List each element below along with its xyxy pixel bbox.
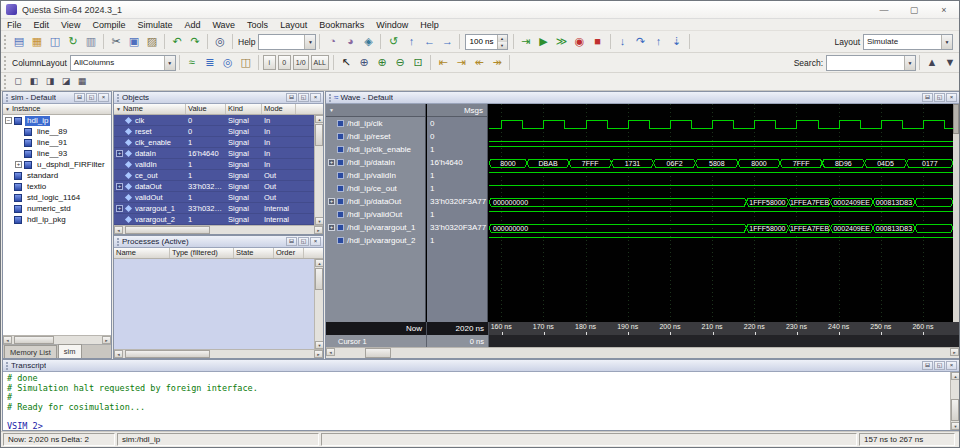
step-current-icon[interactable]: ⇣ <box>668 33 686 51</box>
cursor-track[interactable] <box>489 335 959 347</box>
panel-close-icon[interactable]: × <box>98 93 109 102</box>
search-up-icon[interactable]: ▲ <box>923 54 941 72</box>
pane-bottom-icon[interactable]: ◪ <box>58 74 74 89</box>
menu-add[interactable]: Add <box>178 19 206 30</box>
titlebar[interactable]: Questa Sim-64 2024.3_1 —▢× <box>1 1 959 19</box>
object-row-reset[interactable]: reset0SignalIn <box>114 126 323 137</box>
scroll-up-icon[interactable]: ▲ <box>315 259 324 267</box>
object-row-dataOut[interactable]: +dataOut33'h0320F3A77SignalOut <box>114 181 323 192</box>
panel-grip-icon[interactable] <box>329 94 331 102</box>
panel-float-icon[interactable]: ◱ <box>934 361 945 370</box>
toolbar-grip[interactable] <box>4 35 6 49</box>
scroll-right-icon[interactable]: ► <box>102 336 111 344</box>
save-icon[interactable]: ◫ <box>46 33 64 51</box>
expand-icon[interactable]: + <box>328 159 335 166</box>
objects-rows[interactable]: clk0SignalInreset0SignalInclk_enable1Sig… <box>114 115 323 225</box>
tree-item-line__93[interactable]: line__93 <box>3 148 111 159</box>
scroll-track[interactable] <box>315 123 323 217</box>
force-clock-button[interactable]: 1/0 <box>293 55 309 70</box>
continue-run-icon[interactable]: ▶ <box>535 33 553 51</box>
menu-layout[interactable]: Layout <box>274 19 313 30</box>
menu-simulate[interactable]: Simulate <box>131 19 178 30</box>
force-value-0-button[interactable]: 0 <box>278 55 291 70</box>
search-combobox[interactable]: ▼ <box>826 55 916 71</box>
layout-combobox[interactable]: Simulate▼ <box>863 34 953 50</box>
environment-forward-icon[interactable]: → <box>438 33 456 51</box>
show-drivers-icon[interactable]: ◈ <box>359 33 377 51</box>
transcript-content[interactable]: # done# Simulation halt requested by for… <box>3 372 959 430</box>
processes-column-name[interactable]: Name <box>114 248 170 258</box>
copy-icon[interactable]: ▣ <box>125 33 143 51</box>
scroll-left-icon[interactable]: ◄ <box>326 348 335 356</box>
columnlayout-combobox[interactable]: AllColumns▼ <box>70 55 176 71</box>
toolbar-grip[interactable] <box>4 75 6 89</box>
menu-compile[interactable]: Compile <box>86 19 131 30</box>
scroll-thumb[interactable] <box>951 399 959 421</box>
scroll-down-icon[interactable]: ▼ <box>315 217 324 225</box>
scroll-up-icon[interactable]: ▲ <box>951 372 960 380</box>
restart-icon[interactable]: ↺ <box>384 33 402 51</box>
menu-view[interactable]: View <box>55 19 86 30</box>
run-length-spinner[interactable]: ▲▼ <box>497 35 507 49</box>
panel-float-icon[interactable]: ◱ <box>298 93 309 102</box>
tree-item-std_logic_1164[interactable]: std_logic_1164 <box>3 192 111 203</box>
panel-float-icon[interactable]: ◱ <box>934 93 945 102</box>
object-row-varargout_1[interactable]: +varargout_133'h0320F3A77SignalInternal <box>114 203 323 214</box>
expand-icon[interactable]: + <box>116 150 123 157</box>
force-all-button[interactable]: ALL <box>311 55 329 70</box>
scroll-track[interactable] <box>315 267 323 341</box>
panel-close-icon[interactable]: × <box>310 237 321 246</box>
scroll-left-icon[interactable]: ◄ <box>114 226 123 234</box>
scroll-right-icon[interactable]: ► <box>314 350 323 358</box>
run-all-icon[interactable]: ≫ <box>553 33 571 51</box>
object-row-validOut[interactable]: validOut1SignalOut <box>114 192 323 203</box>
panel-grip-icon[interactable] <box>6 362 8 370</box>
expand-icon[interactable]: + <box>116 183 123 190</box>
panel-grip-icon[interactable] <box>6 94 8 102</box>
wave-signal-validOut[interactable]: /hdl_ip/validOut <box>326 208 425 221</box>
menu-wave[interactable]: Wave <box>206 19 241 30</box>
zoom-in-icon[interactable]: ⊕ <box>373 54 391 72</box>
paste-icon[interactable]: ▨ <box>143 33 161 51</box>
zoom-mode-icon[interactable]: ⊕ <box>355 54 373 72</box>
scroll-track[interactable] <box>951 380 959 422</box>
panel-dock-icon[interactable]: ⊟ <box>286 237 297 246</box>
select-mode-icon[interactable]: ↖ <box>337 54 355 72</box>
panel-float-icon[interactable]: ◱ <box>86 93 97 102</box>
collapse-time-icon[interactable]: ◔ <box>323 33 341 51</box>
object-row-clk_enable[interactable]: clk_enable1SignalIn <box>114 137 323 148</box>
spinner-down-icon[interactable]: ▼ <box>498 42 507 49</box>
menu-file[interactable]: File <box>1 19 28 30</box>
sim-panel-header[interactable]: sim - Default ⊟◱× <box>3 92 111 104</box>
instance-tree[interactable]: −hdl_ipline__89line__91line__93+u_dsphdl… <box>3 115 111 335</box>
wave-signal-ce_out[interactable]: /hdl_ip/ce_out <box>326 182 425 195</box>
scroll-thumb[interactable] <box>125 226 210 234</box>
objects-column-kind[interactable]: Kind <box>226 104 262 114</box>
prev-transition-icon[interactable]: ⇤ <box>434 54 452 72</box>
close-button[interactable]: × <box>929 1 959 18</box>
run-length-field[interactable]: 100 ns▲▼ <box>465 34 507 50</box>
pane-restore-icon[interactable]: ◻ <box>10 74 26 89</box>
tree-item-u_dsphdl_firfilter[interactable]: +u_dsphdl_FIRFilter <box>3 159 111 170</box>
pane-grid-icon[interactable]: ▦ <box>74 74 90 89</box>
print-icon[interactable]: ▥ <box>82 33 100 51</box>
tree-item-line__91[interactable]: line__91 <box>3 137 111 148</box>
panel-dock-icon[interactable]: ⊟ <box>922 361 933 370</box>
scroll-left-icon[interactable]: ◄ <box>114 350 123 358</box>
environment-back-icon[interactable]: ← <box>420 33 438 51</box>
new-file-icon[interactable]: ▤ <box>10 33 28 51</box>
expand-icon[interactable]: + <box>328 198 335 205</box>
zoom-full-icon[interactable]: ⊡ <box>409 54 427 72</box>
next-edge-icon[interactable]: ↠ <box>488 54 506 72</box>
object-row-varargout_2[interactable]: varargout_21SignalInternal <box>114 214 323 225</box>
wave-signal-clk[interactable]: /hdl_ip/clk <box>326 117 425 130</box>
tab-memory-list[interactable]: Memory List <box>4 345 57 358</box>
add-to-watch-icon[interactable]: ◎ <box>219 54 237 72</box>
scroll-down-icon[interactable]: ▼ <box>315 341 324 349</box>
transcript-line[interactable]: VSIM 2> <box>7 422 955 431</box>
toolbar-grip[interactable] <box>4 56 6 70</box>
wave-horizontal-scrollbar[interactable]: ◄► <box>326 347 959 358</box>
tree-item-hdl_ip_pkg[interactable]: hdl_ip_pkg <box>3 214 111 225</box>
wave-signal-varargout_1[interactable]: +/hdl_ip/varargout_1 <box>326 221 425 234</box>
tree-item-line__89[interactable]: line__89 <box>3 126 111 137</box>
